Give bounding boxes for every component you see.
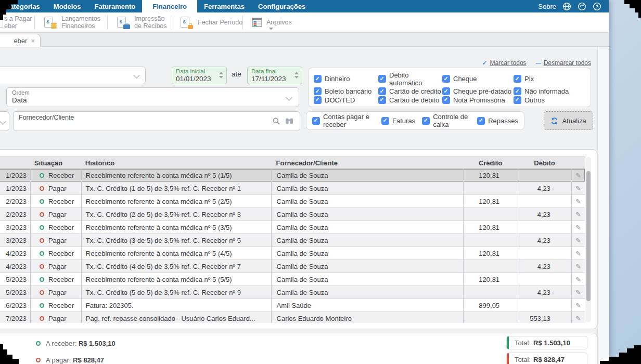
- edit-pencil-icon[interactable]: ✎: [575, 185, 581, 192]
- checkbox-label: Outros: [524, 96, 545, 104]
- table-row[interactable]: 7/2023 Pagar Pag. ref. repasse consolida…: [0, 312, 585, 323]
- edit-pencil-icon[interactable]: ✎: [575, 237, 581, 244]
- cell-credito: 899,05: [463, 299, 518, 311]
- col-header-credito[interactable]: Crédito: [463, 157, 518, 168]
- edit-pencil-icon[interactable]: ✎: [575, 211, 581, 218]
- col-header-situacao[interactable]: Situação: [30, 157, 81, 168]
- checkbox-icon: [477, 117, 485, 125]
- pagar-dot-icon: [36, 358, 41, 362]
- menu-item-configuracoes[interactable]: Configurações: [251, 0, 312, 12]
- main-filter-dropdown[interactable]: [0, 67, 146, 84]
- date-spinner[interactable]: [294, 72, 299, 79]
- tab-contas-receber[interactable]: eber ×: [0, 34, 41, 47]
- cell-historico: Recebimento referente à conta médica nº …: [81, 169, 271, 181]
- scrollbar-thumb[interactable]: [586, 171, 591, 301]
- toolbar-impressao-button[interactable]: Impressãode Recibos: [117, 12, 167, 32]
- chevron-down-icon[interactable]: [269, 28, 273, 30]
- search-icon[interactable]: [272, 117, 280, 125]
- checkbox-nota-promissoria[interactable]: Nota Promissória: [442, 96, 514, 104]
- cell-edit: ✎: [571, 234, 585, 246]
- cell-situacao: Pagar: [30, 234, 81, 246]
- cell-debito: 4,23: [518, 208, 571, 220]
- cell-credito: 120,81: [463, 221, 518, 233]
- menu-item-ferramentas[interactable]: Ferramentas: [197, 0, 251, 12]
- checkbox-dinheiro[interactable]: Dinheiro: [314, 71, 378, 87]
- table-row[interactable]: 1/2023 Pagar Tx. C. Crédito (1 de 5) de …: [0, 182, 585, 195]
- cell-credito: [463, 182, 518, 194]
- marcar-todos-link[interactable]: Marcar todos: [482, 59, 527, 67]
- edit-pencil-icon[interactable]: ✎: [575, 250, 581, 257]
- table-row[interactable]: 6/2023 Receber Fatura: 202305. Amil Saúd…: [0, 299, 585, 312]
- checkbox-boleto-bancario[interactable]: Boleto bancário: [314, 87, 378, 95]
- edit-pencil-icon[interactable]: ✎: [575, 172, 581, 179]
- checkbox-icon: [378, 87, 386, 95]
- checkbox-label: Dinheiro: [325, 75, 350, 83]
- cell-fornecedor: Camila de Souza: [271, 234, 464, 246]
- data-inicial-field[interactable]: Data inicial 01/01/2023: [172, 67, 227, 84]
- col-header-debito[interactable]: Débito: [518, 157, 571, 168]
- table-scrollbar[interactable]: [586, 157, 591, 322]
- table-row[interactable]: 5/2023 Receber Recebimento referente à c…: [0, 273, 585, 286]
- table-row[interactable]: 5/2023 Pagar Tx. C. Crédito (5 de 5) de …: [0, 286, 585, 299]
- fornecedor-cliente-input[interactable]: Fornecedor/Cliente: [13, 111, 300, 131]
- receber-dot-icon: [40, 251, 44, 256]
- checkbox-nao-informada[interactable]: Não informada: [514, 87, 585, 95]
- table-row[interactable]: 1/2023 Receber Recebimento referente à c…: [0, 169, 585, 182]
- edit-pencil-icon[interactable]: ✎: [575, 263, 581, 270]
- cell-situacao: Receber: [30, 273, 81, 285]
- help-icon[interactable]: ?: [593, 2, 601, 11]
- edit-pencil-icon[interactable]: ✎: [575, 224, 581, 231]
- cell-fornecedor: Carlos Eduardo Monteiro: [271, 312, 464, 323]
- ordem-dropdown[interactable]: Ordem Data: [6, 87, 299, 107]
- desmarcar-todos-link[interactable]: Desmarcar todos: [536, 59, 591, 67]
- menu-item-faturamento[interactable]: Faturamento: [88, 0, 143, 12]
- date-spinner[interactable]: [219, 72, 223, 79]
- menu-item-sobre[interactable]: Sobre: [538, 3, 556, 10]
- checkbox-faturas[interactable]: Faturas: [381, 117, 415, 125]
- checkbox-pix[interactable]: Pix: [514, 71, 585, 87]
- close-icon[interactable]: ×: [31, 37, 35, 44]
- checkbox-contas-pagar-receber[interactable]: Contas pagar e receber: [312, 113, 375, 128]
- edit-pencil-icon[interactable]: ✎: [575, 315, 581, 322]
- table-row[interactable]: 3/2023 Receber Recebimento referente à c…: [0, 221, 585, 234]
- cell-fornecedor: Camila de Souza: [271, 195, 464, 207]
- menu-item-financeiro[interactable]: Financeiro: [142, 0, 197, 12]
- checkbox-cartao-credito[interactable]: Cartão de crédito: [378, 87, 442, 95]
- col-header-fornecedor[interactable]: Fornecedor/Cliente: [271, 157, 464, 168]
- receber-dot-icon: [36, 341, 41, 346]
- edit-pencil-icon[interactable]: ✎: [575, 276, 581, 283]
- receber-dot-icon: [40, 199, 44, 204]
- fornecedor-type-dropdown[interactable]: [0, 111, 9, 131]
- globe-icon[interactable]: [562, 2, 571, 11]
- table-row[interactable]: 3/2023 Pagar Tx. C. Crédito (3 de 5) de …: [0, 234, 585, 247]
- toolbar-contas-pagar-receber-button[interactable]: s a Pagareber: [4, 12, 32, 32]
- checkbox-cheque[interactable]: Cheque: [442, 71, 514, 87]
- checkbox-doc-ted[interactable]: DOC/TED: [314, 96, 378, 104]
- table-row[interactable]: 4/2023 Pagar Tx. C. Crédito (4 de 5) de …: [0, 260, 585, 273]
- toolbar-label: Fechar Período: [198, 19, 242, 26]
- edit-pencil-icon[interactable]: ✎: [575, 302, 581, 309]
- toolbar-fechar-periodo-button[interactable]: Fechar Período: [180, 12, 242, 32]
- edit-pencil-icon[interactable]: ✎: [575, 198, 581, 205]
- checkbox-cheque-pre-datado[interactable]: Cheque pré-datado: [442, 87, 514, 95]
- ordem-value: Data: [12, 96, 293, 104]
- col-header-historico[interactable]: Histórico: [81, 157, 271, 168]
- toolbar-lancamentos-button[interactable]: LançamentosFinanceiros: [44, 12, 100, 32]
- checkbox-cartao-debito[interactable]: Cartão de débito: [378, 96, 442, 104]
- checkbox-repasses[interactable]: Repasses: [477, 117, 518, 125]
- atualiza-button[interactable]: Atualiza: [544, 111, 593, 130]
- green-bar: [507, 336, 509, 349]
- data-final-field[interactable]: Data final 17/11/2023: [247, 67, 302, 84]
- binoculars-icon[interactable]: [285, 118, 293, 125]
- edit-pencil-icon[interactable]: ✎: [575, 289, 581, 296]
- checkbox-controle-caixa[interactable]: Controle de caixa: [422, 113, 470, 128]
- checkbox-outros[interactable]: Outros: [514, 96, 585, 104]
- sync-icon[interactable]: [578, 2, 586, 11]
- table-row[interactable]: 4/2023 Receber Recebimento referente à c…: [0, 247, 585, 260]
- table-row[interactable]: 2/2023 Pagar Tx. C. Crédito (2 de 5) de …: [0, 208, 585, 221]
- col-header-date[interactable]: [0, 157, 30, 168]
- checkbox-icon: [514, 87, 521, 95]
- table-row[interactable]: 2/2023 Receber Recebimento referente à c…: [0, 195, 585, 208]
- checkbox-debito-automatico[interactable]: Débito automático: [378, 71, 442, 87]
- menu-item-modelos[interactable]: Modelos: [47, 0, 88, 12]
